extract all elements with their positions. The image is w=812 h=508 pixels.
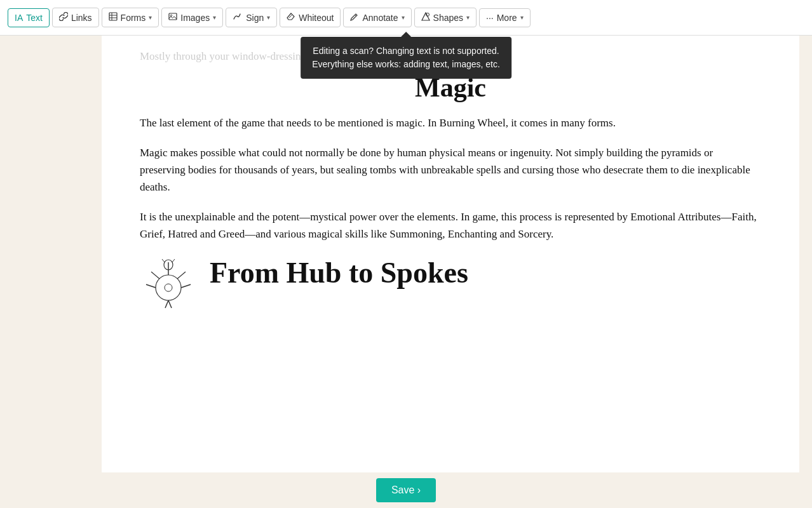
svg-point-5: [171, 15, 172, 16]
annotate-label: Annotate: [362, 13, 398, 23]
links-label: Links: [71, 13, 92, 23]
svg-line-18: [162, 259, 165, 262]
text-button[interactable]: IA Text: [8, 8, 50, 27]
save-button[interactable]: Save ›: [376, 478, 436, 502]
annotate-chevron: ▾: [402, 14, 405, 21]
tooltip-line2: Everything else works: adding text, imag…: [312, 58, 500, 71]
more-label: More: [497, 13, 517, 23]
whiteout-icon: [287, 12, 295, 23]
whiteout-label: Whiteout: [299, 13, 334, 23]
tooltip-line1: Editing a scan? Changing text is not sup…: [312, 44, 500, 58]
paragraph-3: It is the unexplainable and the potent—m…: [140, 208, 761, 243]
svg-line-11: [181, 284, 191, 288]
illustration: [140, 256, 197, 316]
content-area: Mostly through your window-dressing that…: [0, 36, 812, 508]
paragraph-1: The last element of the game that needs …: [140, 114, 761, 131]
svg-marker-6: [422, 13, 430, 20]
svg-point-14: [165, 284, 172, 291]
links-button[interactable]: Links: [52, 8, 99, 27]
annotate-icon: [350, 12, 359, 23]
save-label: Save ›: [391, 485, 421, 496]
sign-chevron: ▾: [267, 14, 270, 21]
shapes-label: Shapes: [433, 13, 463, 23]
svg-line-12: [165, 300, 168, 308]
bottom-title: From Hub to Spokes: [210, 256, 468, 290]
images-icon: [168, 12, 177, 23]
images-button[interactable]: Images ▾: [161, 8, 223, 27]
more-button[interactable]: ··· More ▾: [479, 8, 531, 27]
more-chevron: ▾: [520, 14, 524, 21]
bottom-title-container: From Hub to Spokes: [210, 256, 468, 290]
document: Mostly through your window-dressing that…: [102, 36, 799, 508]
shapes-button[interactable]: Shapes ▾: [414, 8, 477, 27]
text-icon: IA: [15, 13, 23, 23]
whiteout-button[interactable]: Whiteout: [280, 8, 341, 27]
bottom-section: From Hub to Spokes: [140, 256, 761, 316]
svg-rect-0: [109, 13, 117, 20]
more-icon: ···: [486, 13, 494, 23]
forms-icon: [109, 12, 118, 23]
svg-line-15: [151, 272, 159, 279]
toolbar: IA Text Links Forms ▾: [0, 0, 812, 36]
forms-button[interactable]: Forms ▾: [102, 8, 159, 27]
svg-rect-4: [169, 13, 177, 20]
sign-label: Sign: [246, 13, 264, 23]
svg-line-10: [146, 284, 156, 288]
text-label: Text: [26, 13, 43, 23]
shapes-icon: [421, 12, 430, 23]
forms-chevron: ▾: [149, 14, 152, 21]
links-icon: [59, 12, 68, 23]
sign-icon: [233, 12, 243, 23]
svg-line-19: [172, 259, 175, 262]
svg-line-13: [168, 300, 172, 308]
shapes-chevron: ▾: [466, 14, 470, 21]
sign-button[interactable]: Sign ▾: [226, 8, 277, 27]
images-chevron: ▾: [213, 14, 216, 21]
tooltip: Editing a scan? Changing text is not sup…: [301, 37, 511, 79]
save-bar: Save ›: [0, 472, 812, 508]
svg-line-16: [177, 272, 186, 279]
forms-label: Forms: [121, 13, 146, 23]
annotate-button[interactable]: Annotate ▾: [343, 8, 411, 27]
paragraph-2: Magic makes possible what could not norm…: [140, 144, 761, 196]
images-label: Images: [180, 13, 210, 23]
